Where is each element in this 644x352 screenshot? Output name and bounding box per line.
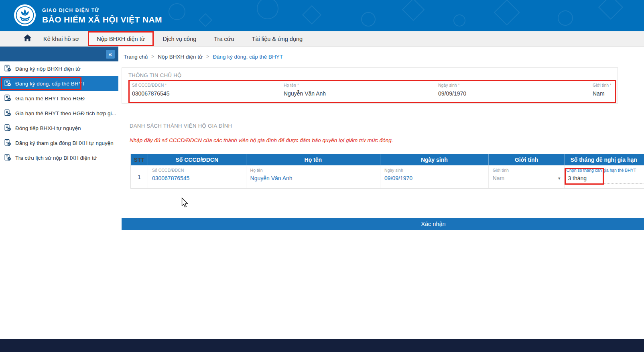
field-label: Họ tên * (284, 83, 438, 87)
cell-label: Ngày sinh (384, 168, 484, 173)
members-table: STT Số CCCD/ĐDCN Họ tên Ngày sinh Giới t… (130, 154, 644, 189)
home-button[interactable] (20, 31, 35, 46)
nav-item-label: Tài liệu & ứng dụng (252, 36, 303, 42)
app-header: GIAO DỊCH ĐIỆN TỬ BẢO HIỂM XÃ HỘI VIỆT N… (0, 0, 644, 31)
breadcrumb-home[interactable]: Trang chủ (124, 54, 148, 60)
document-check-icon (4, 139, 11, 147)
gioitinh-input[interactable]: Nam (593, 90, 611, 99)
row-hoten-cell: Họ tên Nguyễn Văn Anh (246, 165, 381, 188)
breadcrumb-separator: > (206, 54, 209, 59)
col-header-ngaysinh: Ngày sinh (380, 154, 489, 165)
nav-item-dich-vu-cong[interactable]: Dịch vụ công (154, 31, 205, 46)
household-info-title: THÔNG TIN CHỦ HỘ (122, 68, 618, 79)
page-footer (0, 339, 644, 352)
chevron-down-icon: ▾ (558, 176, 561, 181)
document-check-icon (4, 124, 11, 132)
nav-item-tai-lieu-ung-dung[interactable]: Tài liệu & ứng dụng (243, 31, 312, 46)
table-row: 1 Số CCCD/ĐDCN 030067876545 Họ tên Nguyễ… (131, 165, 644, 188)
col-header-sothang: Số tháng đề nghị gia hạn (565, 154, 644, 165)
brand-title: BẢO HIỂM XÃ HỘI VIỆT NAM (42, 15, 162, 24)
cell-label: Họ tên (250, 168, 376, 173)
nav-item-label: Tra cứu (214, 36, 234, 42)
col-header-cccd: Số CCCD/ĐDCN (148, 154, 246, 165)
field-gioitinh: Giới tính * Nam (593, 82, 613, 99)
months-select-link[interactable]: Chọn số tháng cần gia hạn thẻ BHYT (566, 168, 644, 173)
sidebar-item-label: Đăng ký tham gia đóng BHXH tự nguyện (15, 140, 114, 146)
gender-value: Nam (493, 175, 505, 181)
breadcrumb-separator: > (151, 54, 154, 59)
member-cccd-input[interactable]: 030067876545 (152, 175, 242, 184)
nav-item-label: Dịch vụ công (163, 36, 196, 42)
sidebar-item-tra-cuu-lich-su[interactable]: Tra cứu lịch sử nộp BHXH điện tử (0, 151, 118, 165)
field-cccd: Số CCCD/ĐDCN * 030067876545 (132, 82, 284, 99)
members-section-title: DANH SÁCH THÀNH VIÊN HỘ GIA ĐÌNH (130, 123, 232, 129)
nav-item-tra-cuu[interactable]: Tra cứu (205, 31, 243, 46)
sidebar-item-label: Tra cứu lịch sử nộp BHXH điện tử (15, 155, 97, 161)
member-hoten-input[interactable]: Nguyễn Văn Anh (250, 175, 376, 184)
cell-label: Số CCCD/ĐDCN (152, 168, 242, 173)
confirm-button[interactable]: Xác nhận (122, 218, 644, 230)
bhxh-logo (14, 4, 36, 28)
row-gioitinh-cell: Giới tính Nam ▾ (489, 165, 565, 188)
nav-item-label: Nộp BHXH điện tử (97, 36, 145, 42)
nav-item-nop-bhxh-dien-tu[interactable]: Nộp BHXH điện tử (88, 31, 154, 46)
sidebar-item-dang-ky-nop-bhxh[interactable]: Đăng ký nộp BHXH điện tử (0, 61, 118, 76)
document-check-icon (4, 65, 11, 73)
sidebar-item-dong-tiep-bhxh-tu-nguyen[interactable]: Đóng tiếp BHXH tự nguyện (0, 121, 118, 136)
sidebar-header: « (0, 47, 118, 61)
main-nav: Kê khai hồ sơ Nộp BHXH điện tử Dịch vụ c… (0, 31, 644, 47)
document-check-icon (4, 79, 11, 88)
document-check-icon (4, 109, 11, 118)
home-icon (24, 35, 31, 43)
col-header-hoten: Họ tên (246, 154, 381, 165)
field-ngaysinh: Ngày sinh * 09/09/1970 (438, 82, 593, 99)
row-cccd-cell: Số CCCD/ĐDCN 030067876545 (148, 165, 246, 188)
sidebar-item-dang-ky-tham-gia-dong-bhxh[interactable]: Đăng ký tham gia đóng BHXH tự nguyện (0, 136, 118, 151)
main-content: Trang chủ > Nộp BHXH điện tử > Đăng ký đ… (118, 47, 644, 339)
sidebar-item-label: Đăng ký đóng, cấp thẻ BHYT (15, 81, 85, 87)
row-stt: 1 (131, 165, 148, 188)
sidebar: « Đăng ký nộp BHXH điện tử Đăng ký đóng,… (0, 47, 118, 339)
hoten-input[interactable]: Nguyễn Văn Anh (284, 90, 427, 99)
field-label: Giới tính * (593, 83, 613, 87)
document-check-icon (4, 154, 11, 162)
sidebar-item-gia-han-the-bhyt-hgd[interactable]: Gia hạn thẻ BHYT theo HGĐ (0, 91, 118, 106)
members-note: Nhập đầy đủ số CCCD/ĐDCN của các thành v… (130, 137, 393, 143)
sidebar-item-label: Đóng tiếp BHXH tự nguyện (15, 125, 81, 131)
breadcrumb-current: Đăng ký đóng, cấp thẻ BHYT (213, 54, 283, 60)
sidebar-item-label: Gia hạn thẻ BHYT theo HGĐ tích hợp gi... (15, 110, 116, 116)
field-label: Ngày sinh * (438, 83, 593, 87)
nav-item-label: Kê khai hồ sơ (43, 36, 79, 42)
member-sothang-select[interactable]: 3 tháng (566, 174, 644, 184)
breadcrumb-nop-bhxh[interactable]: Nộp BHXH điện tử (158, 54, 203, 60)
household-info-card: THÔNG TIN CHỦ HỘ Số CCCD/ĐDCN * 03006787… (122, 67, 618, 104)
row-sothang-cell: Chọn số tháng cần gia hạn thẻ BHYT 3 thá… (565, 165, 644, 188)
col-header-gioitinh: Giới tính (489, 154, 565, 165)
cccd-input[interactable]: 030067876545 (132, 90, 272, 99)
document-check-icon (4, 94, 11, 103)
sidebar-item-dang-ky-dong-cap-the-bhyt[interactable]: Đăng ký đóng, cấp thẻ BHYT (0, 76, 118, 91)
col-header-stt: STT (131, 154, 148, 165)
members-table-header: STT Số CCCD/ĐDCN Họ tên Ngày sinh Giới t… (131, 154, 644, 165)
member-ngaysinh-input[interactable]: 09/09/1970 (384, 175, 484, 184)
sidebar-item-label: Đăng ký nộp BHXH điện tử (15, 66, 81, 72)
confirm-button-label: Xác nhận (421, 221, 445, 227)
highlight-box-household-fields: Số CCCD/ĐDCN * 030067876545 Họ tên * Ngu… (128, 80, 616, 103)
sidebar-item-label: Gia hạn thẻ BHYT theo HGĐ (15, 96, 85, 102)
sidebar-collapse-button[interactable]: « (106, 50, 115, 59)
field-label: Số CCCD/ĐDCN * (132, 83, 284, 87)
nav-item-ke-khai-ho-so[interactable]: Kê khai hồ sơ (35, 31, 88, 46)
ngaysinh-input[interactable]: 09/09/1970 (438, 90, 581, 99)
member-gioitinh-select[interactable]: Nam ▾ (493, 175, 561, 184)
row-ngaysinh-cell: Ngày sinh 09/09/1970 (380, 165, 489, 188)
brand-subtitle: GIAO DỊCH ĐIỆN TỬ (42, 8, 162, 13)
collapse-icon: « (109, 51, 112, 57)
sidebar-item-gia-han-the-bhyt-hgd-tich-hop[interactable]: Gia hạn thẻ BHYT theo HGĐ tích hợp gi... (0, 106, 118, 121)
cell-label: Giới tính (493, 168, 561, 173)
breadcrumb: Trang chủ > Nộp BHXH điện tử > Đăng ký đ… (124, 53, 283, 60)
field-hoten: Họ tên * Nguyễn Văn Anh (284, 82, 438, 99)
